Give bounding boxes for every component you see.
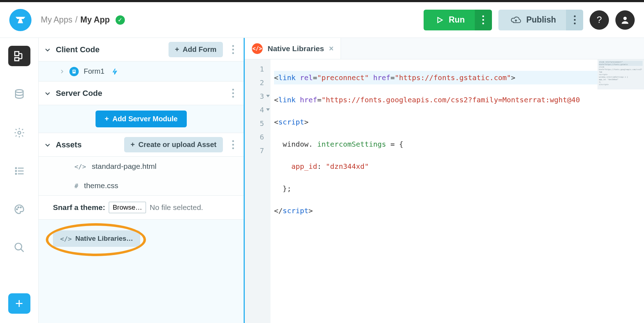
status-badge: ✓ (116, 15, 125, 25)
plus-icon: + (105, 115, 109, 123)
chevron-down-icon (44, 142, 51, 148)
svg-point-3 (15, 89, 23, 92)
breadcrumb-root[interactable]: My Apps (41, 15, 72, 25)
rail-app-browser[interactable] (8, 46, 30, 66)
svg-rect-17 (73, 70, 75, 71)
search-icon (14, 242, 25, 253)
anvil-logo[interactable] (9, 9, 31, 31)
rail-data[interactable] (8, 84, 30, 104)
run-button[interactable]: Run (424, 10, 477, 30)
code-content[interactable]: <link rel="preconnect" href="https://fon… (270, 59, 644, 323)
svg-rect-18 (73, 71, 75, 72)
browse-button[interactable]: Browse… (109, 202, 146, 213)
topbar: My Apps / My App ✓ Run Publish ? (0, 0, 644, 38)
publish-label: Publish (526, 15, 556, 25)
svg-point-14 (15, 243, 22, 250)
gear-icon (14, 127, 25, 138)
svg-point-11 (16, 209, 18, 210)
rail-theme[interactable] (8, 199, 30, 219)
svg-point-5 (15, 167, 16, 168)
plus-icon: + (15, 296, 23, 311)
add-form-label: Add Form (183, 45, 216, 54)
svg-point-1 (623, 16, 626, 20)
no-file-text: No file selected. (150, 203, 203, 212)
section-menu[interactable] (228, 89, 238, 98)
create-asset-button[interactable]: + Create or upload Asset (124, 137, 223, 152)
code-icon: </> (60, 235, 72, 243)
breadcrumb: My Apps / My App ✓ (41, 15, 125, 25)
tab-bar: </> Native Libraries × (245, 38, 644, 59)
tab-native-libraries[interactable]: </> Native Libraries × (245, 38, 341, 59)
breadcrumb-sep: / (75, 15, 77, 25)
svg-point-7 (15, 170, 16, 171)
form1-label: Form1 (84, 67, 104, 75)
snarf-theme-row: Snarf a theme: Browse… No file selected. (39, 195, 244, 220)
section-client-code[interactable]: Client Code + Add Form (39, 38, 244, 62)
publish-more-button[interactable] (566, 10, 583, 30)
rail-list[interactable] (8, 161, 30, 181)
hash-icon: # (74, 182, 78, 190)
section-title: Server Code (56, 89, 102, 98)
native-libraries-row: </> Native Libraries… (39, 220, 244, 258)
chevron-down-icon (44, 47, 51, 53)
tab-title: Native Libraries (268, 44, 324, 53)
account-button[interactable] (615, 10, 635, 30)
code-editor[interactable]: 1 2 3 4 5 6 7 <link rel="preconnect" hre… (245, 59, 644, 323)
asset-label: theme.css (84, 181, 118, 190)
svg-rect-2 (15, 52, 19, 55)
tree-item-form1[interactable]: Form1 (39, 62, 244, 82)
code-icon: </> (74, 163, 86, 170)
add-server-module-label: Add Server Module (112, 115, 177, 123)
server-code-body: + Add Server Module (39, 105, 244, 133)
native-libraries-button[interactable]: </> Native Libraries… (53, 230, 140, 247)
asset-item[interactable]: # theme.css (39, 176, 244, 195)
user-icon (620, 15, 630, 25)
close-icon[interactable]: × (329, 44, 334, 53)
snarf-label: Snarf a theme: (53, 203, 105, 212)
publish-button[interactable]: Publish (498, 10, 568, 30)
add-server-module-button[interactable]: + Add Server Module (96, 111, 187, 127)
plus-icon: + (131, 141, 135, 149)
section-title: Client Code (56, 45, 99, 54)
breadcrumb-current[interactable]: My App (80, 15, 110, 25)
editor-pane: </> Native Libraries × 1 2 3 4 5 6 7 <li… (245, 38, 644, 323)
line-gutter: 1 2 3 4 5 6 7 (245, 59, 270, 323)
rail-settings[interactable] (8, 122, 30, 143)
native-libraries-label: Native Libraries… (75, 235, 133, 243)
app-browser-sidebar: Client Code + Add Form Form1 (39, 38, 245, 323)
database-icon (14, 89, 25, 100)
palette-icon (14, 204, 25, 215)
code-badge-icon: </> (252, 43, 263, 54)
play-icon (436, 16, 444, 24)
plus-icon: + (175, 45, 179, 54)
svg-point-4 (18, 131, 21, 134)
section-assets[interactable]: Assets + Create or upload Asset (39, 133, 244, 157)
chevron-right-icon (59, 69, 64, 74)
run-more-button[interactable] (475, 10, 492, 30)
section-title: Assets (56, 140, 82, 150)
question-icon: ? (597, 14, 602, 25)
asset-item[interactable]: </> standard-page.html (39, 157, 244, 176)
svg-point-9 (15, 173, 16, 174)
add-form-button[interactable]: + Add Form (169, 42, 223, 57)
list-icon (14, 165, 25, 177)
section-menu[interactable] (228, 45, 238, 54)
section-menu[interactable] (228, 140, 238, 149)
rail-add-button[interactable]: + (8, 293, 30, 314)
create-asset-label: Create or upload Asset (138, 141, 216, 149)
form-icon (69, 67, 79, 76)
section-server-code[interactable]: Server Code (39, 82, 244, 105)
run-label: Run (449, 15, 465, 25)
cloud-upload-icon (511, 16, 521, 24)
svg-line-15 (21, 249, 24, 252)
minimap[interactable]: <link rel="preconnect" href="https://fon… (597, 59, 644, 89)
svg-marker-0 (438, 17, 443, 23)
icon-rail: + (0, 38, 39, 323)
svg-point-12 (18, 207, 19, 208)
asset-label: standard-page.html (92, 162, 157, 171)
help-button[interactable]: ? (590, 10, 609, 30)
chevron-down-icon (44, 90, 51, 97)
rail-search[interactable] (8, 237, 30, 258)
lightning-icon (112, 68, 118, 75)
svg-point-13 (20, 207, 21, 208)
